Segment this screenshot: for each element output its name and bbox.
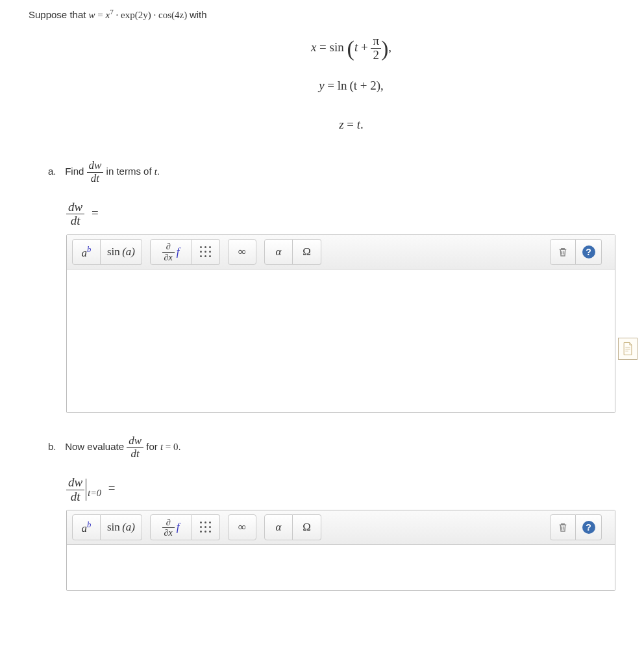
given-equations: x = sin (t + π2), y = ln (t + 2), z = t. xyxy=(29,31,615,140)
grid-icon xyxy=(200,521,212,533)
part-a-label: a. xyxy=(48,166,62,177)
toolbar-power-button[interactable]: ab xyxy=(72,239,101,265)
toolbar-omega-button[interactable]: Ω xyxy=(293,239,321,265)
toolbar-omega-button[interactable]: Ω xyxy=(293,514,321,540)
equation-y: y = ln (t + 2), xyxy=(87,69,615,101)
answer-a-block: dw dt = ab sin (a) ∂ xyxy=(66,201,615,414)
toolbar-derivative-button[interactable]: ∂ ∂x f xyxy=(150,514,192,540)
answer-b-block: dw dt t=0 = ab sin (a) ∂ xyxy=(66,476,615,592)
toolbar-a: ab sin (a) ∂ ∂x f xyxy=(67,235,615,270)
page-note-icon[interactable] xyxy=(618,338,638,360)
equation-editor-b: ab sin (a) ∂ ∂x f xyxy=(66,510,615,591)
toolbar-trig-button[interactable]: sin (a) xyxy=(101,239,142,265)
toolbar-power-button[interactable]: ab xyxy=(72,514,101,540)
toolbar-infinity-button[interactable]: ∞ xyxy=(228,514,256,540)
toolbar-more-button[interactable] xyxy=(192,514,220,540)
answer-b-label: dw dt t=0 = xyxy=(66,476,615,504)
equation-editor-a: ab sin (a) ∂ ∂x f xyxy=(66,234,615,413)
toolbar-clear-button[interactable] xyxy=(550,239,576,265)
part-b-label: b. xyxy=(48,441,62,452)
intro-prefix: Suppose that xyxy=(29,9,89,20)
trash-icon xyxy=(557,246,569,258)
help-icon: ? xyxy=(582,245,595,258)
equation-z: z = t. xyxy=(87,108,615,140)
toolbar-help-button[interactable]: ? xyxy=(576,239,602,265)
document-icon xyxy=(622,342,634,356)
toolbar-help-button[interactable]: ? xyxy=(576,514,602,540)
answer-a-label: dw dt = xyxy=(66,201,615,229)
toolbar-b: ab sin (a) ∂ ∂x f xyxy=(67,510,615,545)
toolbar-more-button[interactable] xyxy=(192,239,220,265)
part-b: b. Now evaluate dw dt for t = 0. xyxy=(48,435,615,460)
equation-x: x = sin (t + π2), xyxy=(87,31,615,63)
toolbar-trig-button[interactable]: sin (a) xyxy=(101,514,142,540)
problem-statement: Suppose that w = x7 · exp(2y) · cos(4z) … xyxy=(29,8,615,21)
toolbar-clear-button[interactable] xyxy=(550,514,576,540)
toolbar-infinity-button[interactable]: ∞ xyxy=(228,239,256,265)
help-icon: ? xyxy=(582,521,595,534)
intro-suffix: with xyxy=(190,9,207,20)
part-a: a. Find dw dt in terms of t. xyxy=(48,160,615,184)
trash-icon xyxy=(557,521,569,533)
toolbar-alpha-button[interactable]: α xyxy=(264,239,293,265)
answer-input-a[interactable] xyxy=(67,270,615,412)
answer-input-b[interactable] xyxy=(67,545,615,590)
toolbar-alpha-button[interactable]: α xyxy=(264,514,293,540)
grid-icon xyxy=(200,246,212,258)
toolbar-derivative-button[interactable]: ∂ ∂x f xyxy=(150,239,192,265)
